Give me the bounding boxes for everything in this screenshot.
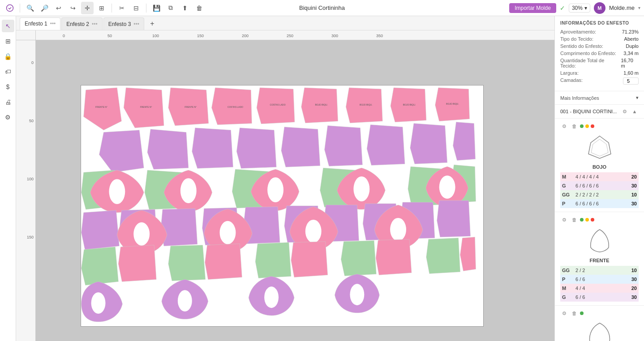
info-row-quantidade: Quantidade Total de Tecido: 16,70 m <box>560 58 639 68</box>
info-row-sentido: Sentido do Enfesto: Duplo <box>560 43 639 49</box>
arrange-icon[interactable]: ⊟ <box>130 2 142 14</box>
svg-point-44 <box>390 218 406 241</box>
info-row-comprimento: Comprimento do Enfesto: 3,34 m <box>560 51 639 56</box>
frente-delete-btn[interactable]: 🗑 <box>570 216 578 224</box>
brand-dropdown-icon[interactable]: ▾ <box>638 5 640 10</box>
import-button[interactable]: Importar Molde <box>509 3 556 13</box>
svg-marker-18 <box>410 124 447 164</box>
frente-count-gg: 10 <box>612 266 639 275</box>
piece-settings-btn[interactable]: ⚙ <box>621 107 629 115</box>
bojo-row-m: M 4 / 4 / 4 / 4 20 <box>560 172 639 181</box>
canvas-scroll[interactable]: FRENTE N° FRENTE N° FRENTE N° COSTAS LAD… <box>36 40 554 341</box>
svg-point-0 <box>7 4 13 11</box>
tab1-menu[interactable]: ••• <box>50 21 56 27</box>
bojo-row-gg: GG 2 / 2 / 2 / 2 10 <box>560 190 639 199</box>
frente-count-p: 30 <box>612 275 639 284</box>
svg-marker-15 <box>281 127 320 167</box>
settings-tool[interactable]: ⚙ <box>2 111 14 124</box>
svg-marker-19 <box>453 122 476 161</box>
label-quantidade: Quantidade Total de Tecido: <box>560 58 621 68</box>
svg-text:BOJO BIQU.: BOJO BIQU. <box>446 102 459 105</box>
frente-vals-p: 6 / 6 <box>574 275 612 284</box>
svg-marker-40 <box>437 200 471 237</box>
info-row-tipo-tecido: Tipo do Tecido: Aberto <box>560 36 639 42</box>
save-icon[interactable]: 💾 <box>150 2 163 14</box>
more-info-label: Mais Informações <box>560 95 599 101</box>
right-panel: INFORMAÇÕES DO ENFESTO Aproveitamento: 7… <box>554 16 644 341</box>
logo-icon[interactable] <box>4 2 16 14</box>
canvas-viewport[interactable]: 0 50 100 150 200 250 300 350 0 50 100 15… <box>16 30 554 341</box>
tab2-menu[interactable]: ••• <box>92 21 98 27</box>
tab-enfesto2[interactable]: Enfesto 2 ••• <box>61 17 102 30</box>
tabs-bar: Enfesto 1 ••• Enfesto 2 ••• Enfesto 3 ••… <box>16 16 554 30</box>
more-info-toggle[interactable]: Mais Informações ▾ <box>555 91 644 105</box>
costas-settings-btn[interactable]: ⚙ <box>560 309 568 317</box>
frente-settings-btn[interactable]: ⚙ <box>560 216 568 224</box>
main-content: ↖ ⊞ 🔒 🏷 $ 🖨 ⚙ Enfesto 1 ••• Enfesto 2 ••… <box>0 16 644 341</box>
undo-icon[interactable]: ↩ <box>52 2 65 14</box>
pointer-tool[interactable]: ↖ <box>2 20 14 32</box>
costas-shape <box>560 321 639 341</box>
bojo-row-p: P 6 / 6 / 6 / 6 30 <box>560 199 639 208</box>
sep1 <box>20 4 20 13</box>
svg-point-57 <box>264 286 279 308</box>
dollar-tool[interactable]: $ <box>2 81 14 93</box>
frente-size-p: P <box>560 275 574 284</box>
view-icon[interactable]: ⊞ <box>95 2 108 14</box>
svg-point-42 <box>220 221 236 244</box>
more-info-chevron: ▾ <box>636 95 639 101</box>
print-tool[interactable]: 🖨 <box>2 96 14 108</box>
frente-size-gg: GG <box>560 266 574 275</box>
zoom-control[interactable]: 30% ▾ <box>569 4 590 13</box>
redo-icon[interactable]: ↪ <box>67 2 79 14</box>
tab-enfesto3[interactable]: Enfesto 3 ••• <box>103 17 144 30</box>
select-icon[interactable]: ✛ <box>81 2 94 14</box>
add-tab-button[interactable]: + <box>147 18 158 29</box>
svg-marker-51 <box>205 244 242 280</box>
zoom-out-icon[interactable]: 🔎 <box>38 2 51 14</box>
bojo-delete-btn[interactable]: 🗑 <box>570 122 578 130</box>
label-comprimento: Comprimento do Enfesto: <box>560 51 616 56</box>
tab3-label: Enfesto 3 <box>108 21 131 27</box>
tab-enfesto1[interactable]: Enfesto 1 ••• <box>20 17 60 30</box>
bojo-size-m: M <box>560 172 574 181</box>
svg-marker-48 <box>341 241 377 276</box>
cut-icon[interactable]: ✂ <box>116 2 128 14</box>
svg-marker-50 <box>118 245 156 282</box>
label-tipo-tecido: Tipo do Tecido: <box>560 36 593 42</box>
piece-expand-btn[interactable]: ▲ <box>631 107 639 115</box>
bojo-settings-btn[interactable]: ⚙ <box>560 122 568 130</box>
costas-delete-btn[interactable]: 🗑 <box>570 309 578 317</box>
svg-marker-53 <box>376 239 412 275</box>
svg-text:FRENTE N°: FRENTE N° <box>140 106 152 108</box>
svg-text:BOJO BIQU.: BOJO BIQU. <box>315 103 327 106</box>
svg-marker-16 <box>325 126 363 166</box>
upload-icon[interactable]: ⬆ <box>179 2 191 14</box>
lock-tool[interactable]: 🔒 <box>2 50 14 63</box>
info-row-camadas: Camadas: <box>560 77 639 85</box>
left-icons: ↖ ⊞ 🔒 🏷 $ 🖨 ⚙ <box>0 16 16 341</box>
toolbar: 🔍 🔎 ↩ ↪ ✛ ⊞ ✂ ⊟ 💾 ⧉ ⬆ 🗑 Biquini Cortinin… <box>0 0 644 16</box>
tab1-label: Enfesto 1 <box>25 21 47 27</box>
svg-marker-49 <box>426 238 460 274</box>
svg-marker-31 <box>82 210 120 250</box>
camadas-input[interactable] <box>623 77 639 85</box>
layers-icon[interactable]: ⧉ <box>164 2 177 14</box>
tag-tool[interactable]: 🏷 <box>2 65 14 78</box>
svg-point-26 <box>109 179 125 204</box>
sep3 <box>146 4 146 13</box>
piece-header-001: 001 - BIQUINI CORTINI... ⚙ ▲ <box>555 105 644 119</box>
avatar[interactable]: M <box>594 2 605 14</box>
tab3-menu[interactable]: ••• <box>133 21 139 27</box>
brand-name: Molde.me <box>609 4 635 11</box>
bojo-vals-gg: 2 / 2 / 2 / 2 <box>574 190 622 199</box>
frente-row-p: P 6 / 6 30 <box>560 275 639 284</box>
bojo-dot-red <box>591 124 594 128</box>
canvas-inner: FRENTE N° FRENTE N° FRENTE N° COSTAS LAD… <box>36 40 554 341</box>
trash-icon[interactable]: 🗑 <box>193 2 206 14</box>
search-icon[interactable]: 🔍 <box>24 2 36 14</box>
bojo-size-p: P <box>560 199 574 208</box>
layers-tool[interactable]: ⊞ <box>2 35 14 47</box>
value-aproveitamento: 71.23% <box>622 29 639 34</box>
zoom-dropdown-icon[interactable]: ▾ <box>584 5 587 11</box>
